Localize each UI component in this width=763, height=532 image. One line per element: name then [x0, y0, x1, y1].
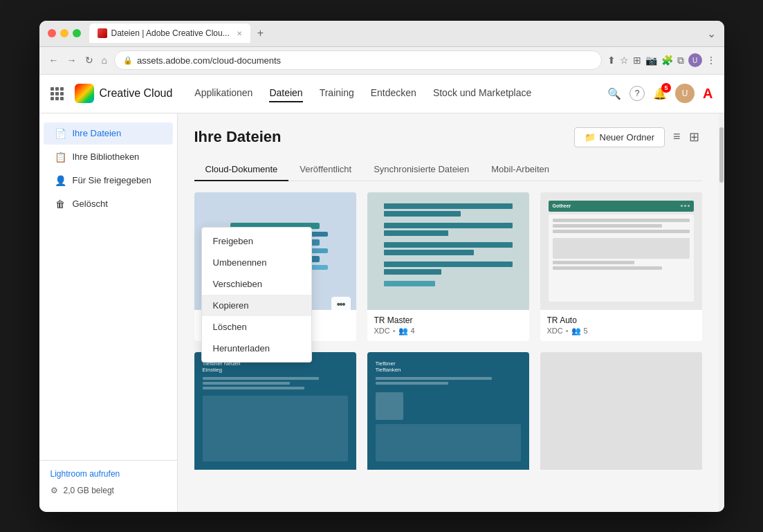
- storage-info: ⚙ 2,0 GB belegt: [50, 486, 166, 495]
- tab-cloud-dokumente[interactable]: Cloud-Dokumente: [194, 158, 289, 181]
- context-herunterladen[interactable]: Herunterladen: [202, 338, 311, 359]
- puzzle-icon[interactable]: 🧩: [661, 55, 673, 66]
- context-kopieren[interactable]: Kopieren: [202, 295, 311, 316]
- bookmark-icon[interactable]: ☆: [620, 55, 629, 66]
- browser-user-avatar[interactable]: U: [688, 53, 702, 67]
- file-thumb-empty: [540, 352, 702, 470]
- auto-brand-text: Gotheer: [553, 203, 571, 208]
- sidebar-item-geloescht[interactable]: 🗑 Gelöscht: [44, 193, 173, 215]
- sidebar-item-ihre-dateien[interactable]: 📄 Ihre Dateien: [44, 122, 173, 145]
- titlebar: Dateien | Adobe Creative Clou... ✕ + ⌄: [39, 21, 724, 47]
- settings-icon[interactable]: ⚙: [50, 486, 58, 495]
- scrollbar-thumb[interactable]: [719, 127, 724, 183]
- nav-applikationen[interactable]: Applikationen: [194, 84, 252, 102]
- avatar-initial: U: [682, 89, 688, 98]
- file-thumb-tiefbner-2: TiefbnerTieftanken: [367, 352, 529, 470]
- context-umbenennen[interactable]: Umbenennen: [202, 252, 311, 273]
- file-type-tr-master: XDC: [374, 327, 390, 335]
- tab-bar: Dateien | Adobe Creative Clou... ✕ +: [89, 24, 707, 43]
- blue-line-5: [376, 382, 448, 385]
- thumb-visual-blue1: Tiefbner NeuenEinstieg: [194, 352, 356, 470]
- auto-line-4: [553, 261, 635, 264]
- minimize-button[interactable]: [60, 29, 68, 37]
- nav-training[interactable]: Training: [320, 84, 354, 102]
- titlebar-controls: ⌄: [707, 27, 716, 40]
- sidebar-item-bibliotheken[interactable]: 📋 Ihre Bibliotheken: [44, 146, 173, 168]
- app-nav: Applikationen Dateien Training Entdecken…: [194, 84, 607, 102]
- tab-veroeffentlicht[interactable]: Veröffentlicht: [288, 158, 362, 181]
- tab-close-button[interactable]: ✕: [237, 30, 242, 37]
- three-dot-button-website[interactable]: •••: [331, 297, 351, 312]
- share-icon[interactable]: ⬆: [607, 55, 616, 66]
- maximize-button[interactable]: [73, 29, 81, 37]
- new-folder-label: Neuer Ordner: [600, 132, 654, 143]
- browser-tab[interactable]: Dateien | Adobe Creative Clou... ✕: [89, 24, 250, 43]
- file-info-tr-master: TR Master XDC • 👥 4: [367, 310, 529, 341]
- blue-line-4: [376, 377, 492, 380]
- app-title: Creative Cloud: [100, 87, 173, 100]
- folder-icon: 📁: [585, 132, 596, 143]
- home-button[interactable]: ⌂: [100, 53, 109, 67]
- more-icon[interactable]: ⋮: [706, 55, 716, 66]
- notification-wrapper: 🔔 5: [653, 87, 667, 100]
- auto-line-5: [553, 266, 662, 270]
- context-freigeben[interactable]: Freigeben: [202, 230, 311, 252]
- cc-logo: [75, 84, 94, 103]
- thumb-visual-tr-master: [367, 192, 529, 310]
- nav-dateien[interactable]: Dateien: [269, 84, 302, 102]
- address-bar[interactable]: 🔒 assets.adobe.com/cloud-documents: [114, 51, 602, 70]
- file-card-tiefbner-2[interactable]: TiefbnerTieftanken: [367, 352, 529, 470]
- sidebar: 📄 Ihre Dateien 📋 Ihre Bibliotheken 👤 Für…: [39, 113, 178, 512]
- list-view-button[interactable]: ≡: [670, 128, 683, 146]
- help-icon[interactable]: ?: [629, 86, 645, 101]
- file-type-tr-auto: XDC: [547, 327, 563, 335]
- refresh-button[interactable]: ↻: [84, 53, 95, 67]
- context-verschieben[interactable]: Verschieben: [202, 273, 311, 295]
- file-meta-tr-master: XDC • 👥 4: [374, 327, 522, 336]
- app-grid-icon[interactable]: [50, 87, 64, 100]
- view-toggle: ≡ ⊞: [670, 128, 702, 146]
- file-name-tr-master: TR Master: [374, 315, 522, 325]
- new-folder-button[interactable]: 📁 Neuer Ordner: [574, 127, 665, 147]
- scrollbar-track[interactable]: [719, 113, 724, 512]
- file-card-tr-auto[interactable]: Gotheer: [540, 192, 702, 341]
- page-title: Ihre Dateien: [194, 128, 282, 146]
- window-menu-icon[interactable]: ⌄: [707, 27, 716, 40]
- nav-stock[interactable]: Stock und Marketplace: [433, 84, 531, 102]
- new-tab-button[interactable]: +: [253, 27, 268, 39]
- sidebar-label-geloescht: Gelöscht: [73, 199, 108, 209]
- context-loeschen[interactable]: Löschen: [202, 316, 311, 338]
- close-button[interactable]: [48, 29, 56, 37]
- camera-icon[interactable]: 📷: [645, 55, 657, 66]
- tab-synchronisierte[interactable]: Synchronisierte Dateien: [362, 158, 480, 181]
- tab-mobil[interactable]: Mobil-Arbeiten: [480, 158, 560, 181]
- file-card-tiefbner-1[interactable]: Tiefbner NeuenEinstieg: [194, 352, 356, 470]
- user-avatar[interactable]: U: [675, 84, 695, 103]
- search-icon[interactable]: 🔍: [607, 87, 621, 100]
- nav-actions: ⬆ ☆ ⊞ 📷 🧩 ⧉ U ⋮: [607, 53, 716, 67]
- tab-favicon: [98, 28, 107, 38]
- storage-text: 2,0 GB belegt: [64, 486, 114, 495]
- file-info-tr-auto: TR Auto XDC • 👥 5: [540, 310, 702, 341]
- file-card-website-library[interactable]: Freigeben Umbenennen Verschieben Kopiere…: [194, 192, 356, 341]
- file-card-empty[interactable]: [540, 352, 702, 470]
- auto-header-bar: Gotheer: [549, 201, 694, 212]
- auto-line-3: [553, 230, 690, 233]
- back-button[interactable]: ←: [48, 53, 60, 67]
- file-icon: 📄: [55, 128, 66, 139]
- file-card-tr-master[interactable]: TR Master XDC • 👥 4: [367, 192, 529, 341]
- blue-line-2: [203, 382, 290, 385]
- extensions-icon[interactable]: ⊞: [633, 55, 641, 66]
- nav-entdecken[interactable]: Entdecken: [371, 84, 416, 102]
- grid-view-button[interactable]: ⊞: [686, 128, 702, 146]
- sidebar-item-freigegeben[interactable]: 👤 Für Sie freigegeben: [44, 169, 173, 192]
- file-thumb-tr-master: [367, 192, 529, 310]
- split-icon[interactable]: ⧉: [677, 55, 684, 66]
- meta-dot-2: •: [393, 327, 396, 335]
- blue-content-2: [376, 424, 521, 461]
- forward-button[interactable]: →: [66, 53, 78, 67]
- thumb-visual-tr-auto: Gotheer: [540, 192, 702, 310]
- trash-icon: 🗑: [55, 199, 66, 210]
- lightroom-link[interactable]: Lightroom aufrufen: [50, 469, 166, 479]
- content-header: Ihre Dateien 📁 Neuer Ordner ≡ ⊞: [194, 127, 702, 147]
